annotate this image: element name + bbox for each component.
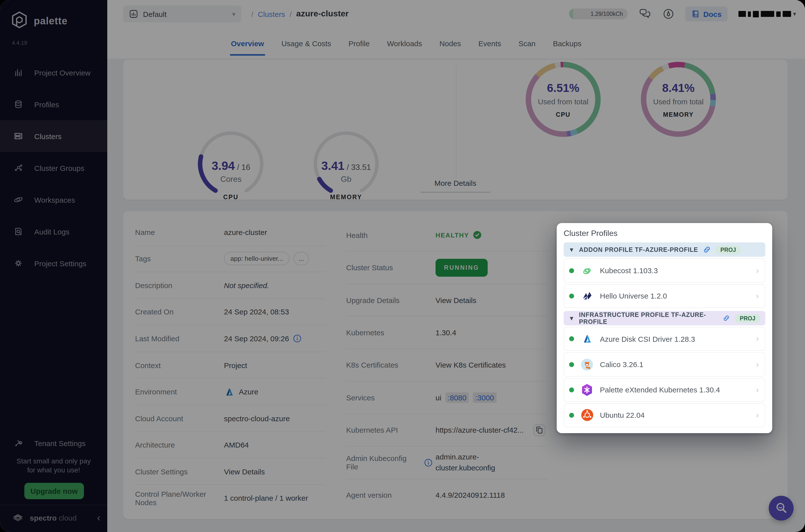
sidebar-item-label: Audit Logs — [34, 227, 70, 236]
upgrade-details-link[interactable]: View Details — [436, 296, 477, 304]
chevron-down-icon: ▼ — [569, 246, 575, 253]
tab-events[interactable]: Events — [478, 30, 502, 56]
sidebar-item-project-settings[interactable]: Project Settings — [0, 247, 107, 279]
status-dot — [569, 362, 574, 367]
profile-layer-palette-kubernetes[interactable]: Palette eXtended Kubernetes 1.30.4 › — [564, 378, 765, 402]
network-icon — [14, 163, 23, 173]
sidebar-item-label: Profiles — [34, 100, 59, 109]
tab-usage-costs[interactable]: Usage & Costs — [280, 30, 332, 56]
sidebar-item-tenant-settings[interactable]: Tenant Settings — [0, 427, 107, 459]
service-port-3000-link[interactable]: :3000 — [473, 393, 496, 403]
orbit-icon — [14, 195, 23, 205]
memory-donut: 8.41% Used from total MEMORY — [639, 60, 718, 139]
info-icon[interactable] — [424, 458, 433, 467]
addon-profile-header[interactable]: ▼ ADDON PROFILE TF-AZURE-PROFILE PROJ — [564, 242, 765, 257]
chevron-right-icon: › — [756, 266, 759, 276]
cluster-settings-link[interactable]: View Details — [224, 467, 265, 476]
upgrade-now-button[interactable]: Upgrade now — [24, 483, 84, 499]
cpu-donut: 6.51% Used from total CPU — [523, 60, 603, 139]
chevron-right-icon: › — [756, 410, 759, 420]
sidebar-item-audit-logs[interactable]: Audit Logs — [0, 215, 107, 247]
profile-layer-kubecost[interactable]: Kubecost 1.103.3 › — [564, 259, 765, 282]
promo-text: Start small and only pay for what you us… — [0, 457, 107, 474]
memory-donut-label: MEMORY — [639, 111, 718, 118]
sidebar-item-label: Clusters — [34, 132, 62, 140]
breadcrumb-clusters-link[interactable]: Clusters — [258, 10, 285, 18]
book-icon — [691, 10, 700, 18]
health-status: HEALTHY — [436, 231, 469, 239]
sidebar-item-cluster-groups[interactable]: Cluster Groups — [0, 152, 107, 184]
tab-backups[interactable]: Backups — [552, 30, 582, 56]
sidebar-divider — [0, 505, 107, 505]
chevron-down-icon: ▼ — [569, 315, 575, 322]
footer-brand: spectro cloud — [30, 513, 76, 522]
chevron-down-icon: ▾ — [793, 11, 796, 17]
tag-pill[interactable]: app: hello-univer... — [224, 252, 289, 266]
profile-layer-calico[interactable]: Calico 3.26.1 › — [564, 353, 765, 376]
summary-divider — [456, 65, 456, 178]
azure-disk-icon — [580, 332, 593, 345]
detail-row-k8s-certificates: K8s Certificates View K8s Certificates — [346, 349, 547, 381]
profile-layer-azure-disk-csi[interactable]: Azure Disk CSI Driver 1.28.3 › — [564, 327, 765, 351]
k8s-certificates-link[interactable]: View K8s Certificates — [436, 361, 506, 369]
infrastructure-profile-name: INFRASTRUCTURE PROFILE TF-AZURE-PROFILE — [579, 311, 718, 325]
tab-profile[interactable]: Profile — [348, 30, 371, 56]
sidebar-item-workspaces[interactable]: Workspaces — [0, 184, 107, 215]
profile-layer-ubuntu[interactable]: Ubuntu 22.04 › — [564, 403, 765, 427]
cloud-account-value: spectro-cloud-azure — [224, 414, 290, 422]
chevron-right-icon: › — [756, 291, 759, 301]
sidebar-item-profiles[interactable]: Profiles — [0, 89, 107, 120]
user-account-redacted[interactable]: ▾ — [739, 11, 796, 17]
chat-icon[interactable] — [639, 8, 652, 20]
kubernetes-api-url: https://azure-cluster-cf42... — [436, 426, 524, 434]
docs-button[interactable]: Docs — [686, 6, 728, 21]
memory-gauge: 3.41 / 33.51 Gb MEMORY — [291, 128, 401, 213]
infrastructure-profile-header[interactable]: ▼ INFRASTRUCTURE PROFILE TF-AZURE-PROFIL… — [564, 311, 765, 326]
detail-row-admin-kubeconfig: Admin Kubeconfig File admin.azure-cluste… — [346, 446, 547, 479]
search-fab-button[interactable] — [769, 496, 793, 520]
kubernetes-version: 1.30.4 — [436, 328, 456, 337]
tab-overview[interactable]: Overview — [230, 30, 265, 56]
sidebar-collapse-icon[interactable]: ‹ — [97, 513, 100, 522]
usage-credits-pill[interactable]: 1.29/100kCh — [569, 8, 628, 19]
breadcrumb-separator: / — [289, 10, 291, 18]
sidebar-item-label: Project Overview — [34, 68, 91, 77]
detail-row-nodes: Control Plane/Worker Nodes 1 control-pla… — [135, 484, 325, 511]
kubeconfig-download-link[interactable]: admin.azure-cluster.kubeconfig — [436, 452, 510, 474]
detail-row-health: Health HEALTHY — [346, 219, 547, 251]
details-right-column: Health HEALTHY Cluster Status RUNNING Up… — [346, 219, 547, 511]
search-smile-icon — [774, 501, 789, 516]
sidebar-item-label: Cluster Groups — [34, 164, 84, 172]
sidebar-item-clusters[interactable]: Clusters — [0, 120, 107, 152]
running-status-badge[interactable]: RUNNING — [436, 259, 488, 277]
detail-row-name: Name azure-cluster — [135, 219, 325, 245]
compass-icon[interactable] — [663, 8, 675, 20]
copy-button[interactable] — [533, 424, 545, 436]
agent-version-value: 4.4.9/20240912.1118 — [436, 491, 505, 499]
proj-badge: PROJ — [735, 314, 760, 323]
profile-layer-hello-universe[interactable]: Hello Universe 1.2.0 › — [564, 284, 765, 308]
memory-percent: 8.41% — [639, 81, 718, 95]
cpu-percent: 6.51% — [523, 81, 603, 95]
sidebar-nav: Project Overview Profiles Clusters — [0, 57, 107, 279]
status-dot — [569, 387, 574, 392]
breadcrumb-separator: / — [251, 10, 253, 18]
detail-row-agent-version: Agent version 4.4.9/20240912.1118 — [346, 479, 547, 511]
sidebar-item-project-overview[interactable]: Project Overview — [0, 57, 107, 89]
sidebar: palette 4.4.19 Project Overview Profiles — [0, 0, 107, 532]
tag-overflow-pill[interactable]: ... — [293, 252, 309, 266]
more-details-button[interactable]: More Details — [421, 179, 490, 193]
tab-scan[interactable]: Scan — [517, 30, 536, 56]
info-icon[interactable] — [293, 334, 302, 343]
tab-nodes[interactable]: Nodes — [439, 30, 462, 56]
tab-workloads[interactable]: Workloads — [386, 30, 423, 56]
detail-row-context: Context Project — [135, 352, 325, 378]
project-selector[interactable]: Default ▾ — [123, 5, 241, 22]
sidebar-item-label: Tenant Settings — [34, 439, 86, 447]
description-value: Not specified. — [224, 281, 269, 290]
usage-summary-card: 3.94 / 16 Cores CPU 3.41 / 33.51 Gb MEMO… — [123, 60, 788, 200]
detail-row-upgrade-details: Upgrade Details View Details — [346, 284, 547, 316]
layer-name: Palette eXtended Kubernetes 1.30.4 — [600, 385, 720, 394]
audit-doc-icon — [14, 227, 23, 236]
service-port-8080-link[interactable]: :8080 — [445, 393, 469, 403]
